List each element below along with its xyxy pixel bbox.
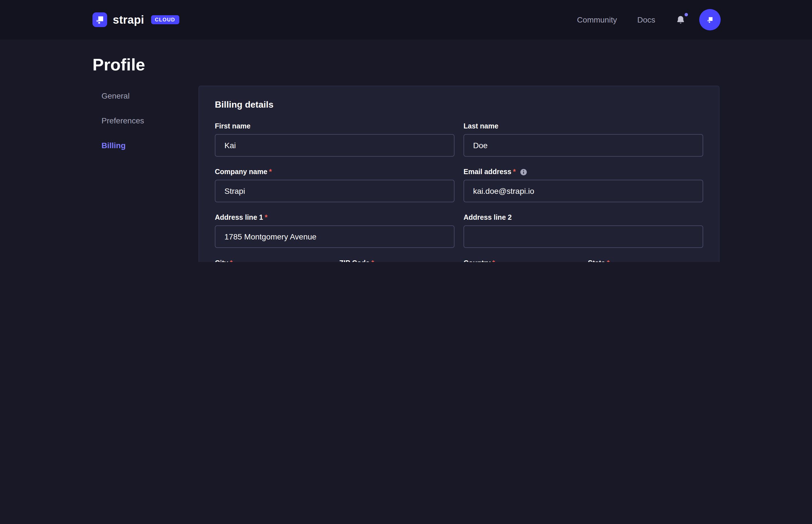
zip-code-label: ZIP Code* <box>339 259 455 262</box>
brand[interactable]: strapi CLOUD <box>93 12 179 27</box>
required-asterisk: * <box>492 259 495 262</box>
sidebar-item-preferences[interactable]: Preferences <box>93 116 198 125</box>
zip-code-label-text: ZIP Code <box>339 259 370 262</box>
cloud-badge: CLOUD <box>151 15 179 24</box>
field-city: City* <box>215 259 330 262</box>
billing-form: First name Last name Com <box>215 122 703 262</box>
app-viewport: strapi CLOUD Community Docs Profile <box>0 0 812 262</box>
billing-details-title: Billing details <box>215 100 703 110</box>
nav-link-community[interactable]: Community <box>577 15 617 24</box>
city-label-text: City <box>215 259 228 262</box>
field-state: State* California <box>588 259 703 262</box>
field-zip-code: ZIP Code* <box>339 259 455 262</box>
first-name-input[interactable] <box>215 134 455 157</box>
navbar-right: Community Docs <box>557 9 721 30</box>
profile-sidebar: General Preferences Billing <box>93 86 198 166</box>
company-name-label: Company name* <box>215 168 455 176</box>
first-name-label-text: First name <box>215 122 250 130</box>
notification-dot <box>685 13 688 16</box>
country-label-text: Country <box>463 259 491 262</box>
avatar-strapi-icon <box>704 14 716 26</box>
info-icon[interactable] <box>520 168 527 176</box>
required-asterisk: * <box>607 259 609 262</box>
required-asterisk: * <box>371 259 374 262</box>
field-country: Country* United States <box>463 259 579 262</box>
field-address-line-1: Address line 1* <box>215 214 455 248</box>
field-last-name: Last name <box>463 122 703 157</box>
address-line-1-label-text: Address line 1 <box>215 214 263 222</box>
last-name-label: Last name <box>463 122 703 130</box>
email-address-label: Email address* <box>463 168 703 176</box>
top-navbar: strapi CLOUD Community Docs <box>0 0 812 39</box>
page-content: General Preferences Billing Billing deta… <box>93 86 719 262</box>
user-avatar[interactable] <box>699 9 721 30</box>
bell-icon <box>675 14 686 25</box>
last-name-input[interactable] <box>463 134 703 157</box>
company-name-label-text: Company name <box>215 168 267 176</box>
address-line-1-input[interactable] <box>215 225 455 248</box>
required-asterisk: * <box>265 214 268 222</box>
field-company-name: Company name* <box>215 168 455 202</box>
notifications-button[interactable] <box>674 14 687 26</box>
page-title: Profile <box>93 55 719 75</box>
email-address-input[interactable] <box>463 180 703 202</box>
address-line-2-label-text: Address line 2 <box>463 214 512 222</box>
brand-name: strapi <box>113 13 144 26</box>
main-column: Billing details First name Last name <box>198 86 719 262</box>
profile-page: Profile General Preferences Billing Bill… <box>0 55 812 262</box>
address-line-1-label: Address line 1* <box>215 214 455 222</box>
nav-link-docs[interactable]: Docs <box>637 15 655 24</box>
city-label: City* <box>215 259 330 262</box>
sidebar-item-general[interactable]: General <box>93 91 198 100</box>
field-address-line-2: Address line 2 <box>463 214 703 248</box>
billing-details-card: Billing details First name Last name <box>198 86 719 262</box>
address-line-2-input[interactable] <box>463 225 703 248</box>
address-line-2-label: Address line 2 <box>463 214 703 222</box>
required-asterisk: * <box>513 168 516 176</box>
country-label: Country* <box>463 259 579 262</box>
required-asterisk: * <box>230 259 233 262</box>
sidebar-item-billing[interactable]: Billing <box>93 141 198 150</box>
strapi-logo-icon <box>93 12 107 27</box>
state-label: State* <box>588 259 703 262</box>
state-label-text: State <box>588 259 605 262</box>
field-email-address: Email address* <box>463 168 703 202</box>
required-asterisk: * <box>269 168 272 176</box>
company-name-input[interactable] <box>215 180 455 202</box>
field-first-name: First name <box>215 122 455 157</box>
last-name-label-text: Last name <box>463 122 498 130</box>
email-address-label-text: Email address <box>463 168 511 176</box>
first-name-label: First name <box>215 122 455 130</box>
